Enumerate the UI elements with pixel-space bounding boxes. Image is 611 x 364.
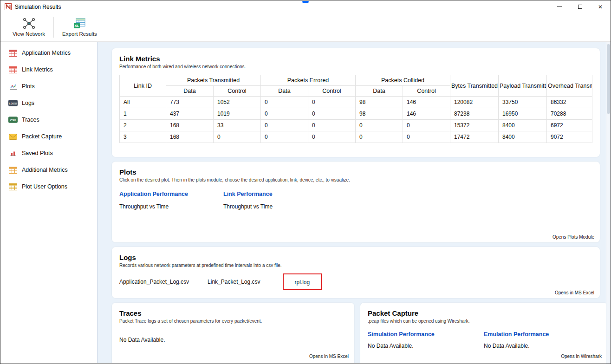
accent-mark <box>302 1 309 3</box>
throughput-vs-time-link[interactable]: Throughput vs Time <box>119 203 223 210</box>
table-cell: 0 <box>356 120 403 131</box>
logs-icon: LOGS <box>8 99 18 107</box>
table-cell: 773 <box>166 97 214 108</box>
traces-subtitle: Packet Trace logs a set of chosen parame… <box>119 318 347 324</box>
plots-footer-note: Opens Plots Module <box>552 234 594 240</box>
link-metrics-title: Link Metrics <box>119 55 592 63</box>
sidebar-item-label: Additional Metrics <box>22 167 68 173</box>
table-header-cell: Bytes Transmitted <box>450 75 499 97</box>
logs-title: Logs <box>119 254 592 261</box>
scrollbar-thumb[interactable] <box>607 44 610 114</box>
table-cell: 120082 <box>450 97 499 108</box>
log-item-link-packet[interactable]: Link_Packet_Log.csv <box>208 279 260 285</box>
table-cell: 168 <box>166 131 214 143</box>
table-header-cell: Packets Collided <box>356 75 450 86</box>
sidebar-item-link-metrics[interactable]: Link Metrics <box>0 61 97 78</box>
sidebar: Application Metrics Link Metrics Plots L… <box>0 42 98 363</box>
table-cell: 0 <box>214 131 261 143</box>
minimize-button[interactable] <box>549 0 570 13</box>
packet-capture-card: Packet Capture .pcap files which can be … <box>360 303 607 363</box>
envelope-icon <box>8 133 18 140</box>
table-header-cell: Packets Transmitted <box>166 75 261 86</box>
application-performance-link[interactable]: Application Performance <box>119 191 223 197</box>
table-cell: 0 <box>261 108 308 120</box>
simulation-results-window: Simulation Results ✕ View Network <box>0 0 611 364</box>
sidebar-item-traces[interactable]: CSVTraces <box>0 111 97 128</box>
packet-capture-columns: Simulation Performance No Data Available… <box>368 331 600 349</box>
export-results-button[interactable]: XL Export Results <box>56 13 104 41</box>
packet-capture-subtitle: .pcap files which can be opened using Wi… <box>368 318 600 324</box>
sidebar-item-additional-metrics[interactable]: Additional Metrics <box>0 162 97 178</box>
window-controls: ✕ <box>549 0 611 13</box>
vertical-scrollbar[interactable] <box>606 42 611 364</box>
table-cell: 0 <box>356 131 403 143</box>
table-cell: 86332 <box>547 97 592 108</box>
table-cell: 17472 <box>450 131 499 143</box>
table-cell: 0 <box>261 120 308 131</box>
traces-empty-text: No Data Available. <box>119 337 347 343</box>
table-cell: 33750 <box>499 97 547 108</box>
logs-footer-note: Opens in MS Excel <box>555 290 594 295</box>
sidebar-item-label: Plot User Options <box>22 183 67 190</box>
application-performance-column: Application Performance Throughput vs Ti… <box>119 191 223 210</box>
emulation-performance-link[interactable]: Emulation Performance <box>484 331 600 338</box>
log-item-application-packet[interactable]: Application_Packet_Log.csv <box>119 279 189 285</box>
view-network-button[interactable]: View Network <box>6 13 52 41</box>
logs-subtitle: Records various network parameters at pr… <box>119 263 592 268</box>
close-icon: ✕ <box>598 4 603 10</box>
view-network-label: View Network <box>13 31 45 37</box>
sidebar-item-plots[interactable]: Plots <box>0 78 97 95</box>
sidebar-item-application-metrics[interactable]: Application Metrics <box>0 45 97 61</box>
table-cell: 0 <box>261 131 308 143</box>
table-amber-icon <box>8 166 18 174</box>
plot-icon <box>8 83 18 90</box>
main-panel: Link Metrics Performance of both wired a… <box>98 42 611 363</box>
sidebar-item-label: Saved Plots <box>22 150 53 156</box>
plots-subtitle: Click on the desired plot. Then in the p… <box>119 177 592 182</box>
table-cell: 9072 <box>547 131 592 143</box>
sidebar-item-plot-user-options[interactable]: Plot User Options <box>0 178 97 195</box>
table-header-cell: Data <box>356 86 403 97</box>
table-cell: 15372 <box>450 120 499 131</box>
throughput-vs-time-link[interactable]: Throughput vs Time <box>223 203 327 210</box>
sidebar-item-label: Traces <box>22 117 39 123</box>
toolbar: View Network XL Export Results <box>0 13 611 42</box>
emulation-performance-column: Emulation Performance No Data Available. <box>484 331 600 349</box>
table-cell: 6972 <box>547 120 592 131</box>
sidebar-item-logs[interactable]: LOGSLogs <box>0 95 97 111</box>
log-item-rpl[interactable]: rpl.log <box>295 279 310 286</box>
table-header-cell: Data <box>261 86 308 97</box>
table-cell: 0 <box>403 131 450 143</box>
sidebar-item-saved-plots[interactable]: Saved Plots <box>0 145 97 162</box>
maximize-button[interactable] <box>570 0 590 13</box>
link-performance-column: Link Performance Throughput vs Time <box>223 191 327 210</box>
table-row: 21683300001537284006972 <box>120 120 592 131</box>
table-cell: 3 <box>120 131 166 143</box>
saved-plot-icon <box>8 150 18 157</box>
table-cell: 1 <box>120 108 166 120</box>
table-cell: 146 <box>403 108 450 120</box>
link-metrics-subtitle: Performance of both wired and wireless n… <box>119 64 592 69</box>
table-header-row: Link ID Packets Transmitted Packets Erro… <box>120 75 592 86</box>
link-performance-link[interactable]: Link Performance <box>223 191 327 197</box>
plots-card: Plots Click on the desired plot. Then in… <box>112 162 600 242</box>
table-cell: 146 <box>403 97 450 108</box>
table-cell: 2 <box>120 120 166 131</box>
packet-capture-title: Packet Capture <box>368 309 600 317</box>
maximize-icon <box>578 5 582 9</box>
table-header-cell: Overhead Transmi <box>547 75 592 97</box>
table-cell: 0 <box>308 131 356 143</box>
table-header-cell: Link ID <box>120 75 166 97</box>
sidebar-item-label: Plots <box>22 83 35 90</box>
table-cell: 87238 <box>450 108 499 120</box>
sidebar-item-packet-capture[interactable]: Packet Capture <box>0 128 97 145</box>
window-title: Simulation Results <box>15 4 61 10</box>
simulation-performance-link[interactable]: Simulation Performance <box>368 331 484 338</box>
log-items: Application_Packet_Log.csv Link_Packet_L… <box>119 273 592 290</box>
sidebar-item-label: Link Metrics <box>22 66 53 73</box>
table-cell: 0 <box>261 97 308 108</box>
svg-text:LOGS: LOGS <box>9 102 17 105</box>
table-header-cell: Control <box>214 86 261 97</box>
traces-card: Traces Packet Trace logs a set of chosen… <box>112 303 354 363</box>
close-button[interactable]: ✕ <box>590 0 611 13</box>
